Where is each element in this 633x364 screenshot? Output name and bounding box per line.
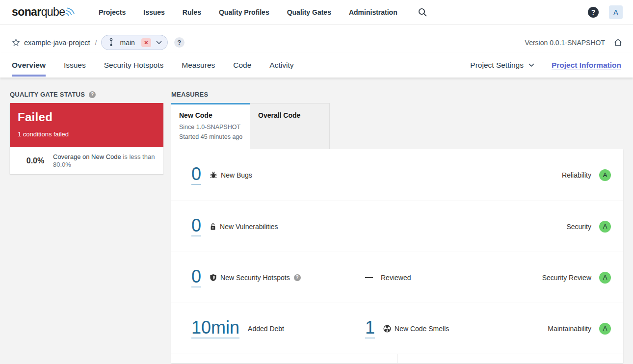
chevron-down-icon xyxy=(528,63,534,67)
security-review-rating-badge: A xyxy=(599,272,611,284)
tab-measures[interactable]: Measures xyxy=(182,53,215,78)
quality-gate-heading-label: QUALITY GATE STATUS xyxy=(10,91,85,98)
project-tabbar: Overview Issues Security Hotspots Measur… xyxy=(0,53,633,78)
maintainability-label: Maintainability xyxy=(548,325,591,333)
measure-row-bugs: 0 xyxy=(171,149,623,201)
search-icon[interactable] xyxy=(418,8,427,17)
version-label: Version 0.0.1-SNAPSHOT xyxy=(525,39,605,47)
new-code-since: Since 1.0-SNAPSHOT xyxy=(179,124,247,130)
nav-links: Projects Issues Rules Quality Profiles Q… xyxy=(99,8,397,16)
nav-item-administration[interactable]: Administration xyxy=(349,8,397,16)
quality-gate-status: Failed xyxy=(18,110,156,124)
overview-content: QUALITY GATE STATUS ? Failed 1 condition… xyxy=(0,78,633,363)
duplications-cell xyxy=(397,354,623,363)
project-settings-label: Project Settings xyxy=(470,61,524,70)
nav-item-quality-gates[interactable]: Quality Gates xyxy=(287,8,331,16)
measures-bottom-row xyxy=(171,354,623,363)
maintainability-rating-badge: A xyxy=(599,323,611,335)
nav-item-rules[interactable]: Rules xyxy=(183,8,201,16)
breadcrumb-separator: / xyxy=(95,39,97,47)
measures-heading-label: MEASURES xyxy=(171,91,208,98)
quality-gate-conditions-count: 1 conditions failed xyxy=(18,130,156,138)
measures-panel: 0 xyxy=(171,149,623,363)
logo-text: sonarqube xyxy=(12,5,65,19)
bug-icon xyxy=(210,171,217,179)
condition-metric: Coverage on New Code xyxy=(53,153,121,160)
breadcrumb-bar: example-java-project / main × ? Version … xyxy=(0,25,633,53)
new-bugs-label: New Bugs xyxy=(221,171,252,179)
overall-code-tab-label: Overall Code xyxy=(258,111,321,119)
tab-overall-code[interactable]: Overall Code xyxy=(250,103,330,149)
added-debt-value[interactable]: 10min xyxy=(191,318,239,338)
quality-gate-status-banner: Failed 1 conditions failed xyxy=(10,103,163,147)
new-code-tab-label: New Code xyxy=(179,111,247,119)
new-code-smells-label: New Code Smells xyxy=(395,325,449,333)
branch-help-icon[interactable]: ? xyxy=(174,37,185,48)
hotspots-help-icon[interactable]: ? xyxy=(294,274,301,281)
reviewed-label: Reviewed xyxy=(381,274,411,282)
nav-item-issues[interactable]: Issues xyxy=(143,8,165,16)
favorite-star-icon[interactable] xyxy=(12,38,20,47)
logo-swoosh-icon xyxy=(65,2,76,19)
quality-gate-card: Failed 1 conditions failed 0.0% Coverage… xyxy=(10,103,163,174)
new-code-smells-count[interactable]: 1 xyxy=(365,318,375,338)
help-icon[interactable]: ? xyxy=(588,7,599,18)
top-navbar: sonarqube Projects Issues Rules Quality … xyxy=(0,0,633,25)
nav-item-projects[interactable]: Projects xyxy=(99,8,126,16)
new-bugs-count[interactable]: 0 xyxy=(191,165,201,185)
home-icon[interactable] xyxy=(613,38,623,47)
reliability-label: Reliability xyxy=(562,171,591,179)
measures-tabs: New Code Since 1.0-SNAPSHOT Started 45 m… xyxy=(171,103,623,149)
code-smell-icon xyxy=(383,325,391,333)
new-vulnerabilities-label: New Vulnerabilities xyxy=(220,223,278,231)
shield-icon xyxy=(210,274,217,282)
project-name[interactable]: example-java-project xyxy=(24,39,90,47)
added-debt-label: Added Debt xyxy=(248,325,284,333)
condition-description: Coverage on New Code is less than 80.0% xyxy=(53,153,159,169)
security-label: Security xyxy=(566,223,591,231)
nav-item-quality-profiles[interactable]: Quality Profiles xyxy=(219,8,269,16)
branch-failed-badge: × xyxy=(141,38,151,47)
breadcrumb: example-java-project / main × ? xyxy=(12,35,185,50)
project-settings-menu[interactable]: Project Settings xyxy=(470,61,534,70)
branch-name: main xyxy=(120,39,134,47)
measure-row-maintainability: 10min Added Debt 1 New Code Smells xyxy=(171,303,623,354)
new-security-hotspots-count[interactable]: 0 xyxy=(191,267,201,287)
tab-code[interactable]: Code xyxy=(233,53,251,78)
quality-gate-heading: QUALITY GATE STATUS ? xyxy=(10,91,163,98)
measure-row-security-hotspots: 0 New Security Hotspots ? Reviewed xyxy=(171,252,623,303)
lock-icon xyxy=(210,223,216,231)
branch-selector[interactable]: main × xyxy=(101,35,167,50)
condition-value: 0.0% xyxy=(18,156,53,165)
new-vulnerabilities-count[interactable]: 0 xyxy=(191,216,201,236)
new-security-hotspots-label: New Security Hotspots xyxy=(220,274,290,282)
security-rating-badge: A xyxy=(599,221,611,233)
branch-icon xyxy=(109,38,113,47)
tab-security-hotspots[interactable]: Security Hotspots xyxy=(104,53,163,78)
tab-overview[interactable]: Overview xyxy=(12,53,46,78)
measure-row-vulnerabilities: 0 New Vulnerabilities Security A xyxy=(171,201,623,252)
tab-activity[interactable]: Activity xyxy=(269,53,293,78)
sonarqube-logo[interactable]: sonarqube xyxy=(12,5,76,19)
tab-new-code[interactable]: New Code Since 1.0-SNAPSHOT Started 45 m… xyxy=(171,103,250,149)
coverage-cell xyxy=(171,354,397,363)
tab-issues[interactable]: Issues xyxy=(64,53,86,78)
project-information-link[interactable]: Project Information xyxy=(552,61,621,70)
failed-condition-row[interactable]: 0.0% Coverage on New Code is less than 8… xyxy=(10,147,163,174)
new-code-started: Started 45 minutes ago xyxy=(179,133,247,140)
quality-gate-help-icon[interactable]: ? xyxy=(89,91,96,98)
reviewed-dash xyxy=(365,277,373,278)
security-review-label: Security Review xyxy=(542,274,591,282)
measures-heading: MEASURES xyxy=(171,91,623,98)
reliability-rating-badge: A xyxy=(599,169,611,181)
avatar[interactable]: A xyxy=(609,5,623,19)
chevron-down-icon xyxy=(156,41,162,45)
